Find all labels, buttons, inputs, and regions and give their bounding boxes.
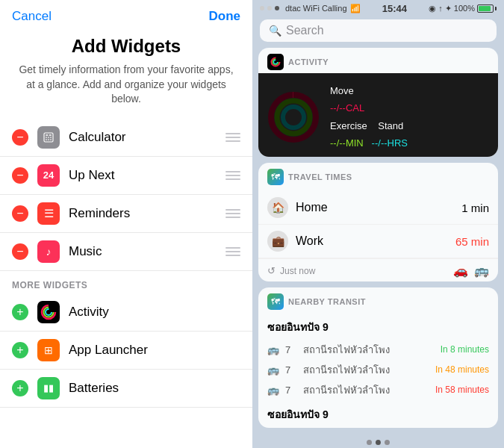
status-right: ◉ ↑ ✦ 100% (429, 4, 497, 13)
dot-page-3 (385, 440, 390, 445)
svg-point-11 (46, 309, 52, 315)
status-time: 15:44 (382, 3, 407, 14)
status-left: dtac WiFi Calling 📶 (260, 4, 361, 13)
move-value: --/--CAL (330, 102, 364, 113)
done-button[interactable]: Done (209, 9, 241, 24)
drag-handle[interactable] (225, 133, 240, 142)
svg-rect-4 (48, 137, 49, 138)
transit-arrival-time: In 58 minutes (435, 385, 489, 395)
svg-rect-2 (49, 134, 52, 136)
widget-label: Reminders (69, 206, 225, 221)
work-label: Work (296, 234, 448, 248)
list-item: + ⊞ App Launcher (0, 332, 252, 370)
remove-reminders-button[interactable]: − (12, 205, 28, 222)
widget-card-header: 🗺 TRAVEL TIMES (258, 163, 498, 188)
left-panel: Cancel Done Add Widgets Get timely infor… (0, 0, 252, 448)
cancel-button[interactable]: Cancel (12, 9, 52, 24)
widget-label: Music (69, 244, 225, 259)
nearby-transit-widget: 🗺 NEARBY TRANSIT ซอยอินทปัจ 9 🚌 7 สถานีร… (258, 287, 498, 428)
bus-icon: 🚌 (267, 364, 279, 376)
widget-card-header: 🗺 NEARBY TRANSIT (258, 287, 498, 313)
transit-station-name: สถานีรถไฟหัวลำโพง (303, 382, 429, 398)
transit-maps-icon: 🗺 (267, 293, 284, 310)
widget-label: Activity (69, 305, 240, 320)
active-widget-list: − Calculator − 24 Up Next − ☰ Reminders … (0, 119, 252, 448)
arrow-icon: ↑ (438, 4, 443, 13)
travel-row-home: 🏠 Home 1 min (258, 191, 498, 225)
list-item: − ♪ Music (0, 233, 252, 271)
bluetooth-icon: ✦ (445, 4, 452, 13)
dot-page-2 (376, 440, 381, 445)
music-icon: ♪ (37, 240, 60, 263)
add-activity-button[interactable]: + (12, 304, 28, 320)
transit-num: 7 (285, 344, 297, 355)
svg-point-19 (283, 107, 304, 128)
list-item: − 24 Up Next (0, 157, 252, 195)
activity-rings (267, 91, 320, 143)
activity-badge-icon (267, 54, 284, 70)
list-item: + ▮▮ Batteries (0, 370, 252, 408)
transit-arrival-time: In 48 minutes (435, 364, 489, 375)
add-applauncher-button[interactable]: + (12, 342, 28, 358)
remove-calculator-button[interactable]: − (12, 129, 28, 146)
travel-body: 🏠 Home 1 min 💼 Work 65 min ↺ Just now 🚗 (258, 188, 498, 281)
drag-handle[interactable] (225, 209, 240, 218)
transit-widget-title: NEARBY TRANSIT (288, 297, 366, 306)
work-time: 65 min (455, 235, 489, 248)
exercise-label: Exercise (330, 120, 367, 131)
transit-body: ซอยอินทปัจ 9 🚌 7 สถานีรถไฟหัวลำโพง In 8 … (258, 313, 498, 428)
widget-label: Up Next (69, 168, 225, 183)
widget-label: App Launcher (69, 343, 240, 358)
status-bar: dtac WiFi Calling 📶 15:44 ◉ ↑ ✦ 100% (252, 0, 504, 16)
exercise-value: --/--MIN (330, 137, 364, 149)
travel-widget-title: TRAVEL TIMES (288, 172, 352, 181)
activity-body: Move --/--CAL Exercise Stand --/--MIN --… (258, 73, 498, 157)
remove-upnext-button[interactable]: − (12, 167, 28, 184)
stand-label: Stand (378, 120, 403, 131)
widget-label: Calculator (69, 130, 225, 145)
home-time: 1 min (461, 202, 489, 214)
calculator-icon (37, 126, 60, 149)
page-description: Get timely information from your favorit… (18, 63, 234, 107)
transit-bottom-title: ซอยอินทปัจ 9 (267, 406, 489, 423)
batteries-icon: ▮▮ (37, 377, 60, 399)
location-icon: ◉ (429, 4, 436, 13)
battery-icon (477, 4, 497, 13)
svg-rect-1 (46, 134, 48, 136)
transit-num: 7 (285, 385, 297, 396)
bus-icon: 🚌 (267, 344, 279, 355)
drag-handle[interactable] (225, 171, 240, 180)
dot-2 (267, 6, 272, 10)
reminders-icon: ☰ (37, 202, 60, 225)
list-item: − ☰ Reminders (0, 195, 252, 233)
svg-rect-8 (50, 139, 52, 140)
applauncher-icon: ⊞ (37, 339, 60, 361)
activity-stats: Move --/--CAL Exercise Stand --/--MIN --… (330, 82, 408, 152)
carrier-label: dtac WiFi Calling (285, 4, 347, 13)
move-label: Move (330, 85, 354, 96)
remove-music-button[interactable]: − (12, 243, 28, 260)
activity-widget: ACTIVITY Move (258, 48, 498, 157)
more-widgets-label: MORE WIDGETS (0, 271, 252, 293)
title-section: Add Widgets Get timely information from … (0, 30, 252, 119)
home-label: Home (296, 201, 454, 214)
left-header: Cancel Done (0, 0, 252, 30)
battery-percent: 100% (454, 4, 475, 13)
transit-row: 🚌 7 สถานีรถไฟหัวลำโพง In 8 minutes (267, 340, 489, 360)
work-location-icon: 💼 (267, 231, 288, 252)
travel-row-work: 💼 Work 65 min (258, 225, 498, 258)
drag-handle[interactable] (225, 247, 240, 256)
transit-arrival-time: In 8 minutes (441, 344, 489, 355)
add-batteries-button[interactable]: + (12, 380, 28, 396)
widget-label: Batteries (69, 381, 240, 396)
travel-footer: ↺ Just now 🚗 🚌 (258, 258, 498, 281)
transit-row: 🚌 7 สถานีรถไฟหัวลำโพง In 48 minutes (267, 360, 489, 380)
widget-card-header: ACTIVITY (258, 48, 498, 73)
search-bar[interactable]: 🔍 Search (260, 19, 497, 42)
svg-rect-3 (46, 137, 47, 138)
travel-footer-time: ↺ Just now (267, 265, 315, 276)
transit-row: 🚌 7 สถานีรถไฟหัวลำโพง In 58 minutes (267, 380, 489, 400)
transit-num: 7 (285, 364, 297, 376)
page-title: Add Widgets (18, 36, 234, 57)
list-item: + Activity (0, 293, 252, 332)
